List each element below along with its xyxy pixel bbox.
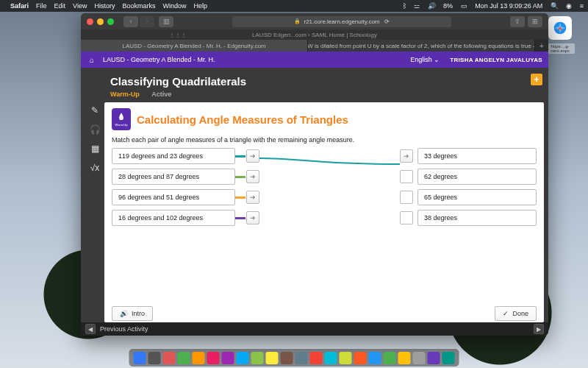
menu-bookmarks[interactable]: Bookmarks [122,2,155,10]
dock-app-icon[interactable] [384,352,396,364]
match-row: 16 degrees and 102 degrees ➜ 38 degrees [112,210,537,226]
dock-app-icon[interactable] [442,352,455,364]
window-minimize[interactable] [97,18,104,25]
dock-app-icon[interactable] [354,352,367,364]
reload-icon[interactable]: ⟳ [384,18,390,25]
dock-app-icon[interactable] [222,352,234,364]
window-zoom[interactable] [107,18,114,25]
dock-app-icon[interactable] [369,352,381,364]
menu-view[interactable]: View [73,2,87,10]
dock-app-icon[interactable] [266,352,279,364]
calendar-icon[interactable]: ▦ [88,142,101,155]
match-row: 28 degrees and 87 degrees ➜ 62 degrees [112,169,537,185]
next-arrow[interactable]: ▶ [534,324,544,334]
address-bar[interactable]: 🔒 r21.core.learn.edgenuity.com ⟳ [232,16,451,27]
dock-app-icon[interactable] [398,352,411,364]
formula-icon[interactable]: √x [88,161,101,174]
menu-window[interactable]: Window [162,2,186,10]
menu-edit[interactable]: Edit [54,2,66,10]
match-right[interactable]: 65 degrees [417,189,537,205]
drop-target[interactable] [400,191,413,204]
course-header: ⌂ LAUSD - Geometry A Blended - Mr. H. En… [81,52,548,68]
dock-app-icon[interactable] [237,352,249,364]
grid-icon[interactable]: ⋮⋮⋮ [169,32,187,38]
speaker-icon: 🔊 [120,310,128,317]
browser-tab-2[interactable]: If ΔUVW is dilated from point U by a sca… [308,40,535,52]
drag-handle[interactable]: ➜ [246,170,259,183]
menu-history[interactable]: History [94,2,115,10]
nav-back[interactable]: ‹ [123,16,138,27]
dock-app-icon[interactable] [134,352,146,364]
dock-app-icon[interactable] [193,352,205,364]
prev-activity-link[interactable]: Previous Activity [100,325,148,333]
dock-app-icon[interactable] [340,352,352,364]
dock-app-icon[interactable] [428,352,440,364]
language-select[interactable]: English ⌄ [410,56,440,63]
done-button[interactable]: ✓ Done [495,306,537,321]
pencil-tool-icon[interactable]: ✎ [88,104,101,117]
warmup-icon: Warm-Up [112,108,131,130]
desktop-webloc[interactable]: https:...g-card.aspx [545,16,575,55]
match-left[interactable]: 96 degrees and 51 degrees [112,189,235,205]
home-icon[interactable]: ⌂ [87,54,97,65]
browser-tab-1[interactable]: LAUSD - Geometry A Blended - Mr. H. - Ed… [81,40,308,52]
webloc-label: https:...g-card.aspx [545,43,575,54]
drag-handle[interactable]: ➜ [246,211,259,224]
tab-strip: LAUSD - Geometry A Blended - Mr. H. - Ed… [81,40,548,52]
matching-area: 119 degrees and 23 degrees ➜ ➜ 33 degree… [112,148,537,226]
dock-app-icon[interactable] [295,352,308,364]
activity-nav-bar: ◀ Previous Activity ▶ [81,322,548,336]
match-right[interactable]: 33 degrees [417,148,537,164]
user-name[interactable]: TRISHA ANGELYN JAVALUYAS [450,57,542,63]
intro-button[interactable]: 🔊 Intro [112,306,153,321]
lesson-tab-warmup[interactable]: Warm-Up [110,91,140,98]
lesson-title: Classifying Quadrilaterals [110,75,519,88]
dock-app-icon[interactable] [251,352,264,364]
dock-app-icon[interactable] [163,352,176,364]
sidebar-toggle[interactable]: ▥ [159,16,173,27]
drop-target[interactable] [400,211,413,224]
bluetooth-icon: ᛒ [403,2,406,10]
match-left[interactable]: 119 degrees and 23 degrees [112,148,235,164]
add-button[interactable]: + [531,74,542,85]
drop-target[interactable] [400,170,413,183]
menu-file[interactable]: File [36,2,47,10]
headphones-icon[interactable]: 🎧 [88,123,101,136]
tabs-button[interactable]: ⊞ [528,16,542,27]
drop-target[interactable]: ➜ [400,149,413,163]
dock-app-icon[interactable] [325,352,337,364]
app-menu[interactable]: Safari [10,2,29,10]
dock-app-icon[interactable] [178,352,190,364]
notification-icon[interactable]: ≡ [580,2,584,10]
match-row: 119 degrees and 23 degrees ➜ ➜ 33 degree… [112,148,537,164]
share-button[interactable]: ⇪ [510,16,525,27]
stub-icon [235,176,245,178]
dock-app-icon[interactable] [148,352,161,364]
siri-icon[interactable]: ◉ [566,2,572,10]
dock-app-icon[interactable] [310,352,323,364]
volume-icon: 🔊 [428,2,436,10]
menu-help[interactable]: Help [193,2,207,10]
drag-handle[interactable]: ➜ [246,191,259,204]
spotlight-icon[interactable]: 🔍 [551,2,559,10]
clock: Mon Jul 13 9:09:26 AM [475,2,542,10]
match-left[interactable]: 28 degrees and 87 degrees [112,169,235,185]
window-close[interactable] [87,18,93,25]
activity-card: Warm-Up Calculating Angle Measures of Tr… [104,102,544,322]
drag-handle[interactable]: ➜ [246,149,259,163]
course-title[interactable]: LAUSD - Geometry A Blended - Mr. H. [103,56,215,63]
stub-icon [235,217,245,219]
lesson-tab-active[interactable]: Active [151,91,171,98]
new-tab-button[interactable]: + [535,40,548,52]
dock-app-icon[interactable] [413,352,426,364]
nav-forward[interactable]: › [140,16,154,27]
safari-icon [548,16,572,40]
dock-app-icon[interactable] [207,352,220,364]
dock-app-icon[interactable] [281,352,293,364]
safari-window: ‹ › ▥ 🔒 r21.core.learn.edgenuity.com ⟳ ⇪… [81,13,548,336]
match-right[interactable]: 38 degrees [417,210,537,226]
match-right[interactable]: 62 degrees [417,169,537,185]
match-left[interactable]: 16 degrees and 102 degrees [112,210,235,226]
wifi-icon: ⚍ [414,2,420,10]
prev-arrow[interactable]: ◀ [85,324,96,334]
